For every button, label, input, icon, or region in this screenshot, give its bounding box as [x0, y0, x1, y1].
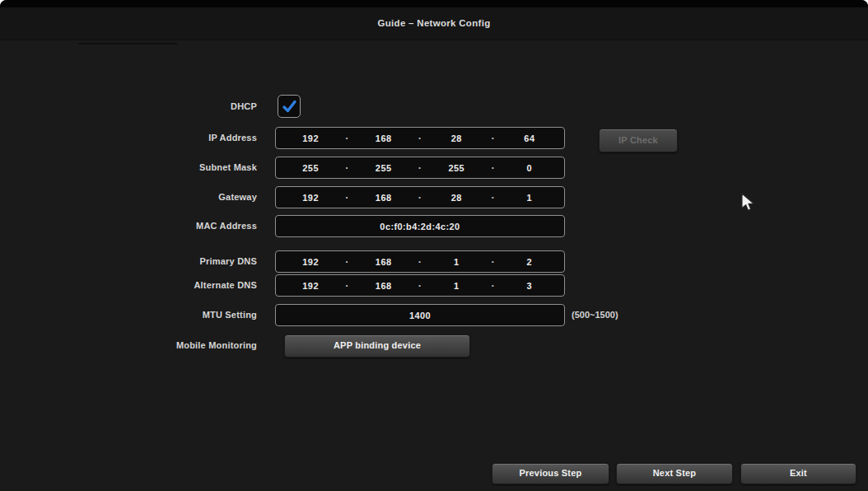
divider: [78, 43, 177, 44]
ip-address-label: IP Address: [82, 127, 257, 149]
page-title: Guide – Network Config: [0, 7, 868, 40]
network-config-screen: Guide – Network Config DHCP IP Address 1…: [0, 0, 868, 491]
subnet-mask-field[interactable]: 255 · 255 · 255 · 0: [275, 157, 565, 179]
alternate-dns-octet-3[interactable]: 1: [422, 281, 491, 291]
gateway-octet-2[interactable]: 168: [349, 193, 418, 203]
mtu-setting-value: 1400: [409, 311, 431, 320]
ip-octet-4[interactable]: 64: [495, 133, 564, 143]
alternate-dns-label: Alternate DNS: [82, 274, 257, 297]
ip-check-button[interactable]: IP Check: [599, 129, 678, 152]
primary-dns-octet-4[interactable]: 2: [495, 257, 564, 267]
ip-octet-1[interactable]: 192: [276, 133, 345, 143]
checkmark-icon: [282, 99, 297, 115]
alternate-dns-octet-1[interactable]: 192: [276, 281, 345, 291]
previous-step-button[interactable]: Previous Step: [492, 463, 609, 484]
gateway-octet-3[interactable]: 28: [422, 193, 491, 203]
primary-dns-octet-2[interactable]: 168: [349, 257, 418, 267]
primary-dns-octet-3[interactable]: 1: [422, 257, 491, 267]
ip-octet-2[interactable]: 168: [349, 133, 418, 143]
mtu-setting-label: MTU Setting: [82, 304, 257, 326]
alternate-dns-octet-2[interactable]: 168: [349, 281, 418, 291]
mobile-monitoring-label: Mobile Monitoring: [82, 334, 257, 356]
subnet-octet-3[interactable]: 255: [422, 163, 491, 173]
primary-dns-label: Primary DNS: [82, 250, 257, 273]
dhcp-label: DHCP: [82, 95, 257, 118]
app-binding-device-button[interactable]: APP binding device: [284, 334, 470, 358]
alternate-dns-octet-4[interactable]: 3: [495, 281, 564, 291]
primary-dns-octet-1[interactable]: 192: [276, 257, 345, 267]
dhcp-checkbox[interactable]: [278, 95, 301, 118]
primary-dns-field[interactable]: 192 · 168 · 1 · 2: [275, 250, 565, 273]
mouse-cursor-icon: [739, 193, 757, 216]
ip-octet-3[interactable]: 28: [422, 133, 491, 143]
subnet-octet-4[interactable]: 0: [495, 163, 564, 173]
gateway-octet-1[interactable]: 192: [276, 193, 345, 203]
subnet-mask-label: Subnet Mask: [82, 157, 257, 179]
gateway-octet-4[interactable]: 1: [495, 193, 564, 203]
alternate-dns-field[interactable]: 192 · 168 · 1 · 3: [275, 274, 565, 297]
mac-address-field[interactable]: 0c:f0:b4:2d:4c:20: [275, 215, 565, 237]
gateway-field[interactable]: 192 · 168 · 28 · 1: [275, 186, 565, 208]
top-strip: [0, 0, 868, 7]
mtu-setting-field[interactable]: 1400: [275, 304, 565, 326]
mac-address-label: MAC Address: [82, 215, 257, 237]
ip-address-field[interactable]: 192 · 168 · 28 · 64: [275, 127, 565, 149]
title-bar: Guide – Network Config: [0, 7, 868, 40]
subnet-octet-1[interactable]: 255: [276, 163, 345, 173]
gateway-label: Gateway: [82, 186, 257, 208]
mac-address-value: 0c:f0:b4:2d:4c:20: [380, 222, 460, 231]
next-step-button[interactable]: Next Step: [616, 463, 733, 484]
exit-button[interactable]: Exit: [740, 463, 856, 484]
subnet-octet-2[interactable]: 255: [349, 163, 418, 173]
mtu-range-hint: (500~1500): [572, 304, 618, 326]
